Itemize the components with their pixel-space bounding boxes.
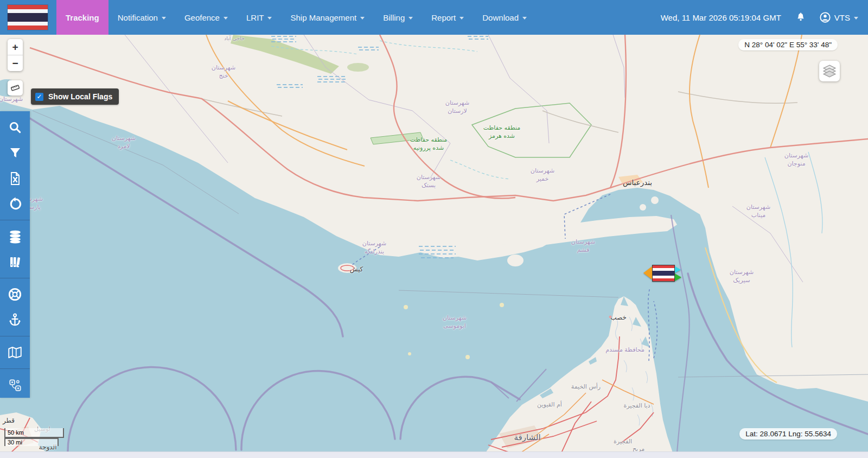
layers-icon: [822, 64, 837, 78]
nav-item-download[interactable]: Download: [473, 0, 536, 35]
layers-button[interactable]: [819, 61, 840, 81]
nav-item-label: Geofence: [184, 13, 220, 22]
chevron-down-icon: [162, 17, 166, 20]
show-local-flags-tooltip: ✓ Show Local Flags: [31, 88, 119, 105]
nav-item-label: Download: [482, 13, 519, 22]
top-navbar: Tracking Notification Geofence LRIT Ship…: [0, 0, 868, 35]
map-tool-sidebar: [0, 111, 30, 398]
excel-file-icon: [9, 171, 22, 186]
filter-icon: [9, 147, 22, 160]
map-scale-control: 50 km 30 mi: [4, 428, 64, 446]
mouse-coordinates-display: N 28° 04' 02" E 55° 33' 48": [738, 39, 838, 50]
map-artwork: [0, 35, 868, 451]
anchor-icon: [8, 313, 22, 327]
chevron-down-icon: [360, 17, 365, 20]
map-canvas[interactable]: حاجی آبادشهرستان خنجشهرستان لارستانمنطقه…: [0, 35, 868, 451]
nav-item-label: Ship Management: [290, 13, 356, 22]
nav-item-lrit[interactable]: LRIT: [237, 0, 282, 35]
vessel-marker-green-icon: [674, 273, 681, 282]
notifications-bell-icon[interactable]: [795, 11, 806, 23]
database-button[interactable]: [0, 224, 30, 249]
zoom-out-button[interactable]: −: [8, 55, 23, 71]
search-icon: [8, 120, 22, 135]
page-bottom-strip: [0, 451, 868, 458]
user-label: VTS: [834, 13, 850, 22]
chevron-down-icon: [267, 17, 272, 20]
refresh-icon: [8, 197, 22, 211]
nav-item-geofence[interactable]: Geofence: [175, 0, 237, 35]
chevron-down-icon: [409, 17, 413, 20]
chevron-down-icon: [854, 17, 858, 20]
chevron-down-icon: [522, 17, 527, 20]
chevron-down-icon: [224, 17, 228, 20]
measure-tool-button[interactable]: [8, 80, 23, 96]
user-menu[interactable]: VTS: [819, 11, 858, 23]
books-icon: [8, 255, 22, 269]
ports-anchor-button[interactable]: [0, 307, 30, 333]
filter-button[interactable]: [0, 140, 30, 166]
share-nodes-icon: [8, 378, 22, 392]
share-nodes-button[interactable]: [0, 372, 30, 398]
nav-item-label: LRIT: [246, 13, 264, 22]
vessel-marker[interactable]: [643, 264, 682, 283]
nav-item-billing[interactable]: Billing: [374, 0, 422, 35]
nav-item-ship-management[interactable]: Ship Management: [281, 0, 374, 35]
nav-item-label: Tracking: [66, 13, 99, 22]
zoom-control: + −: [8, 39, 23, 71]
lifebuoy-icon: [8, 287, 22, 302]
scale-mi: 30 mi: [4, 437, 59, 446]
user-icon: [819, 11, 831, 23]
datetime-display: Wed, 11 Mar 2026 05:19:04 GMT: [661, 13, 781, 22]
fleet-records-button[interactable]: [0, 249, 30, 275]
refresh-button[interactable]: [0, 191, 30, 217]
nav-item-label: Billing: [383, 13, 405, 22]
vessel-heading-arrow-icon: [643, 266, 653, 280]
search-button[interactable]: [0, 114, 30, 140]
basemap-button[interactable]: [0, 340, 30, 365]
show-local-flags-checkbox[interactable]: ✓: [35, 93, 43, 101]
export-excel-button[interactable]: [0, 166, 30, 191]
nav-item-notification[interactable]: Notification: [108, 0, 175, 35]
cursor-latlng-display: Lat: 28.0671 Lng: 55.5634: [739, 428, 837, 440]
database-icon: [8, 230, 22, 244]
nav-item-report[interactable]: Report: [422, 0, 473, 35]
vessel-flag-thailand-icon: [652, 265, 675, 282]
brand-logo[interactable]: [0, 0, 56, 35]
chevron-down-icon: [459, 17, 464, 20]
show-local-flags-label: Show Local Flags: [48, 92, 112, 101]
assistance-button[interactable]: [0, 282, 30, 307]
zoom-in-button[interactable]: +: [8, 39, 23, 55]
ruler-icon: [10, 82, 21, 93]
nav-item-label: Report: [431, 13, 456, 22]
map-icon: [8, 346, 22, 359]
thailand-flag-icon: [8, 5, 48, 30]
nav-item-label: Notification: [118, 13, 158, 22]
nav-item-tracking[interactable]: Tracking: [56, 0, 108, 35]
